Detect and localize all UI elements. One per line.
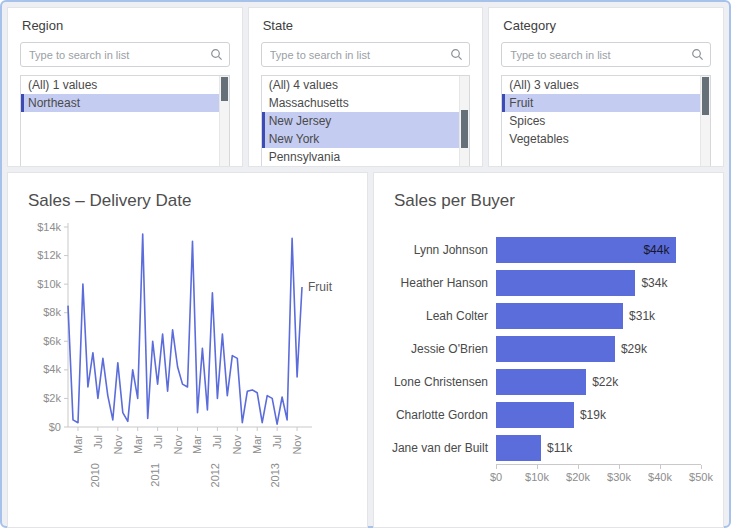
- x-month-label: Nov: [291, 435, 303, 455]
- y-tick-label: $0: [49, 421, 61, 433]
- list-scrollbar-thumb[interactable]: [221, 77, 228, 101]
- bar[interactable]: [496, 369, 586, 395]
- bar-track: $11k: [496, 435, 701, 461]
- filter-list-category: (All) 3 valuesFruitSpicesVegetables: [501, 75, 711, 167]
- bar-value-label: $22k: [592, 369, 618, 395]
- x-tick: [537, 465, 538, 469]
- y-tick-label: $4k: [43, 363, 61, 375]
- search-box-state: [261, 42, 471, 67]
- bar-value-label: $29k: [621, 336, 647, 362]
- bar-category-label: Jessie O'Brien: [388, 342, 496, 356]
- filter-list-item[interactable]: Pennsylvania: [262, 148, 470, 166]
- bar-category-label: Lone Christensen: [388, 375, 496, 389]
- filter-list-item[interactable]: Fruit: [502, 94, 710, 112]
- x-year-label: 2013: [269, 463, 281, 487]
- bar-chart-card: Sales per Buyer Lynn Johnson$44kHeather …: [373, 172, 724, 528]
- filter-list-item[interactable]: Spices: [502, 112, 710, 130]
- x-month-label: Mar: [72, 435, 84, 454]
- x-tick: [496, 465, 497, 469]
- x-tick-label: $20k: [566, 471, 590, 483]
- x-tick-label: $40k: [648, 471, 672, 483]
- x-month-label: Jul: [211, 435, 223, 449]
- y-tick-label: $8k: [43, 306, 61, 318]
- x-month-label: Mar: [191, 435, 203, 454]
- bar-value-label: $11k: [547, 435, 572, 461]
- filter-list-item[interactable]: Vegetables: [502, 130, 710, 148]
- filter-list-item[interactable]: (All) 1 values: [21, 76, 229, 94]
- bar-category-label: Leah Colter: [388, 309, 496, 323]
- x-month-label: Mar: [132, 435, 144, 454]
- x-tick: [701, 465, 702, 469]
- bar-track: $34k: [496, 270, 701, 296]
- y-tick-label: $14k: [37, 221, 61, 233]
- bar-row: Lone Christensen$22k: [388, 365, 709, 398]
- filter-list-item[interactable]: New York: [262, 130, 470, 148]
- bar-x-axis: $0$10k$20k$30k$40k$50k: [496, 464, 701, 487]
- bar-row: Heather Hanson$34k: [388, 266, 709, 299]
- y-tick-label: $6k: [43, 335, 61, 347]
- filter-title-state: State: [263, 18, 471, 33]
- y-tick-label: $12k: [37, 249, 61, 261]
- filter-title-region: Region: [22, 18, 230, 33]
- x-month-label: Jul: [271, 435, 283, 449]
- bar-value-label: $44k: [643, 237, 669, 263]
- bar-row: Jane van der Built$11k: [388, 431, 709, 464]
- filter-list-state: (All) 4 valuesMassachusettsNew JerseyNew…: [261, 75, 471, 167]
- filter-panel-state: State (All) 4 valuesMassachusettsNew Jer…: [248, 7, 484, 167]
- filter-panel-category: Category (All) 3 valuesFruitSpicesVegeta…: [488, 7, 724, 167]
- list-scrollbar[interactable]: [459, 76, 469, 166]
- x-year-label: 2010: [89, 463, 101, 487]
- bar[interactable]: [496, 270, 635, 296]
- filter-title-category: Category: [503, 18, 711, 33]
- list-scrollbar[interactable]: [700, 76, 710, 166]
- bar-category-label: Jane van der Built: [388, 441, 496, 455]
- search-box-category: [501, 42, 711, 67]
- search-icon: [691, 48, 704, 61]
- bar-chart-title: Sales per Buyer: [394, 191, 709, 211]
- search-icon: [210, 48, 223, 61]
- bar[interactable]: [496, 303, 623, 329]
- search-input[interactable]: [508, 48, 691, 62]
- x-tick-label: $10k: [525, 471, 549, 483]
- bar[interactable]: [496, 402, 574, 428]
- bar[interactable]: [496, 435, 541, 461]
- series-label: Fruit: [308, 280, 333, 294]
- bar-category-label: Lynn Johnson: [388, 243, 496, 257]
- list-scrollbar-thumb[interactable]: [461, 110, 468, 148]
- charts-row: Sales – Delivery Date $0$2k$4k$6k$8k$10k…: [7, 172, 724, 528]
- search-box-region: [20, 42, 230, 67]
- search-input[interactable]: [27, 48, 210, 62]
- filter-list-item[interactable]: New Jersey: [262, 112, 470, 130]
- bar[interactable]: [496, 336, 615, 362]
- bar-row: Jessie O'Brien$29k: [388, 332, 709, 365]
- filter-list-item[interactable]: (All) 4 values: [262, 76, 470, 94]
- bar-row: Lynn Johnson$44k: [388, 233, 709, 266]
- filter-list-item[interactable]: Northeast: [21, 94, 229, 112]
- x-tick-label: $30k: [607, 471, 631, 483]
- x-month-label: Mar: [251, 435, 263, 454]
- filter-list-item[interactable]: Massachusetts: [262, 94, 470, 112]
- filter-panel-region: Region (All) 1 valuesNortheast: [7, 7, 243, 167]
- bar-row: Charlotte Gordon$19k: [388, 398, 709, 431]
- bar-track: $19k: [496, 402, 701, 428]
- bar-row: Leah Colter$31k: [388, 299, 709, 332]
- search-input[interactable]: [268, 48, 451, 62]
- line-chart-card: Sales – Delivery Date $0$2k$4k$6k$8k$10k…: [7, 172, 368, 528]
- sales-line-series[interactable]: [68, 234, 302, 424]
- bar-track: $22k: [496, 369, 701, 395]
- x-tick: [660, 465, 661, 469]
- filter-list-item[interactable]: (All) 3 values: [502, 76, 710, 94]
- x-month-label: Nov: [231, 435, 243, 455]
- y-tick-label: $10k: [37, 278, 61, 290]
- x-month-label: Nov: [172, 435, 184, 455]
- list-scrollbar[interactable]: [219, 76, 229, 166]
- y-tick-label: $2k: [43, 392, 61, 404]
- list-scrollbar-thumb[interactable]: [702, 77, 709, 115]
- x-month-label: Jul: [152, 435, 164, 449]
- bar-category-label: Charlotte Gordon: [388, 408, 496, 422]
- search-icon: [450, 48, 463, 61]
- line-chart-svg: $0$2k$4k$6k$8k$10k$12k$14kMarJulNov2010M…: [22, 215, 354, 511]
- x-year-label: 2012: [209, 463, 221, 487]
- bar-chart: Lynn Johnson$44kHeather Hanson$34kLeah C…: [388, 233, 709, 487]
- bar-track: $31k: [496, 303, 701, 329]
